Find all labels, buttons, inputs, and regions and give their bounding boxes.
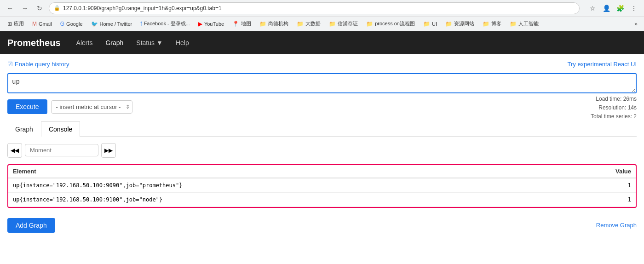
lock-icon: 🔒 (54, 5, 60, 11)
bookmark-ai-label: 人工智能 (518, 20, 539, 27)
folder-icon-8: 📁 (510, 21, 517, 27)
gmail-icon: M (32, 21, 37, 27)
bookmarks-bar: ⊞ 应用 M Gmail G Google 🐦 Home / Twitter f… (0, 17, 644, 31)
bookmark-twitter[interactable]: 🐦 Home / Twitter (87, 19, 136, 29)
youtube-icon: ▶ (198, 21, 202, 27)
query-input[interactable]: up (7, 73, 637, 93)
folder-icon-3: 📁 (329, 21, 336, 27)
bookmark-shangde-label: 尚德机构 (268, 20, 288, 27)
url-text: 127.0.0.1:9090/graph?g0.range_input=1h&g… (63, 5, 222, 11)
tabs: Graph Console (7, 121, 637, 137)
bookmark-blog-label: 博客 (491, 20, 501, 27)
bookmark-ai[interactable]: 📁 人工智能 (506, 19, 542, 29)
value-cell: 1 (559, 192, 636, 207)
next-time-button[interactable]: ▶▶ (101, 143, 116, 158)
bookmark-star-button[interactable]: ☆ (587, 3, 598, 14)
bookmark-resources-label: 资源网站 (454, 20, 474, 27)
twitter-icon: 🐦 (91, 21, 98, 27)
bookmark-process[interactable]: 📁 process on流程图 (362, 19, 419, 29)
query-controls: Execute - insert metric at cursor - (7, 99, 132, 114)
add-graph-button[interactable]: Add Graph (7, 218, 55, 233)
try-react-link[interactable]: Try experimental React UI (567, 61, 637, 68)
bottom-bar: Add Graph Remove Graph (7, 215, 637, 235)
console-controls: ◀◀ ▶▶ (7, 143, 637, 158)
bookmark-xinpu[interactable]: 📁 信浦存证 (325, 19, 362, 29)
metric-select-wrap: - insert metric at cursor - (51, 100, 132, 114)
nav-status-label: Status (136, 39, 155, 46)
bookmark-shangde[interactable]: 📁 尚德机构 (256, 19, 292, 29)
extensions-button[interactable]: 🧩 (615, 3, 626, 14)
moment-input[interactable] (25, 144, 98, 156)
brand-logo: Prometheus (7, 38, 61, 48)
dropdown-arrow-icon: ▼ (156, 39, 163, 46)
bookmark-resources[interactable]: 📁 资源网站 (442, 19, 478, 29)
nav-help[interactable]: Help (169, 31, 196, 54)
tab-console[interactable]: Console (41, 121, 80, 137)
folder-icon-2: 📁 (297, 21, 304, 27)
maps-icon: 📍 (232, 21, 239, 27)
element-cell: up{instance="192.168.50.100:9100",job="n… (8, 192, 559, 207)
main-content: ☑ Enable query history Try experimental … (0, 54, 644, 242)
metric-select[interactable]: - insert metric at cursor - (51, 100, 132, 114)
nav-graph[interactable]: Graph (99, 31, 130, 54)
table-header-row: Element Value (8, 165, 636, 178)
results-box: Element Value up{instance="192.168.50.10… (7, 164, 637, 208)
table-row: up{instance="192.168.50.100:9100",job="n… (8, 192, 636, 207)
bookmark-blog[interactable]: 📁 博客 (479, 19, 505, 29)
results-table: Element Value up{instance="192.168.50.10… (8, 165, 636, 207)
bookmarks-more-button[interactable]: » (632, 19, 640, 29)
bookmark-google[interactable]: G Google (57, 19, 86, 29)
stat-total-series: Total time series: 2 (591, 112, 637, 121)
folder-icon-5: 📁 (423, 21, 430, 27)
bookmark-google-label: Google (66, 21, 82, 27)
prev-time-button[interactable]: ◀◀ (7, 143, 22, 158)
col-value: Value (559, 165, 636, 178)
browser-bar: ← → ↻ 🔒 127.0.0.1:9090/graph?g0.range_in… (0, 0, 644, 17)
bookmark-facebook[interactable]: f Facebook - 登录或... (137, 19, 194, 29)
prometheus-navbar: Prometheus Alerts Graph Status ▼ Help (0, 31, 644, 54)
bookmark-gmail-label: Gmail (39, 21, 52, 27)
bookmark-youtube-label: YouTube (204, 21, 224, 27)
value-cell: 1 (559, 178, 636, 193)
bookmark-apps-label: 应用 (14, 20, 24, 27)
google-icon: G (60, 21, 64, 27)
folder-icon-4: 📁 (366, 21, 373, 27)
execute-button[interactable]: Execute (7, 99, 47, 114)
folder-icon-1: 📁 (259, 21, 266, 27)
stat-resolution: Resolution: 14s (591, 103, 637, 112)
menu-button[interactable]: ⋮ (628, 3, 639, 14)
col-element: Element (8, 165, 559, 178)
bookmark-maps-label: 地图 (241, 20, 251, 27)
address-bar[interactable]: 🔒 127.0.0.1:9090/graph?g0.range_input=1h… (49, 2, 580, 14)
user-profile-button[interactable]: 👤 (601, 3, 612, 14)
folder-icon-6: 📁 (445, 21, 452, 27)
enable-history-link[interactable]: ☑ Enable query history (7, 61, 69, 68)
bookmark-facebook-label: Facebook - 登录或... (144, 20, 190, 27)
bookmark-bigdata-label: 大数据 (305, 20, 321, 27)
tab-graph[interactable]: Graph (7, 121, 41, 137)
remove-graph-link[interactable]: Remove Graph (596, 222, 637, 229)
bookmark-gmail[interactable]: M Gmail (29, 19, 56, 29)
nav-alerts[interactable]: Alerts (70, 31, 99, 54)
refresh-button[interactable]: ↻ (34, 3, 45, 14)
bookmark-ui[interactable]: 📁 UI (420, 19, 441, 29)
checkbox-icon: ☑ (7, 61, 13, 68)
nav-status[interactable]: Status ▼ (130, 31, 169, 54)
forward-button[interactable]: → (19, 3, 30, 14)
element-cell: up{instance="192.168.50.100:9090",job="p… (8, 178, 559, 193)
bookmark-maps[interactable]: 📍 地图 (229, 19, 255, 29)
folder-icon-7: 📁 (483, 21, 489, 27)
apps-icon: ⊞ (7, 21, 12, 27)
bookmark-apps[interactable]: ⊞ 应用 (4, 19, 28, 29)
bookmark-bigdata[interactable]: 📁 大数据 (293, 19, 324, 29)
stats-block: Load time: 26ms Resolution: 14s Total ti… (591, 95, 637, 121)
bookmark-xinpu-label: 信浦存证 (338, 20, 358, 27)
bookmark-youtube[interactable]: ▶ YouTube (195, 19, 228, 29)
back-button[interactable]: ← (5, 3, 16, 14)
enable-history-label: Enable query history (15, 61, 69, 68)
bookmark-twitter-label: Home / Twitter (100, 21, 132, 27)
stat-load-time: Load time: 26ms (591, 95, 637, 103)
top-bar: ☑ Enable query history Try experimental … (7, 61, 637, 68)
bookmark-ui-label: UI (432, 21, 437, 27)
browser-actions: ☆ 👤 🧩 ⋮ (587, 3, 639, 14)
